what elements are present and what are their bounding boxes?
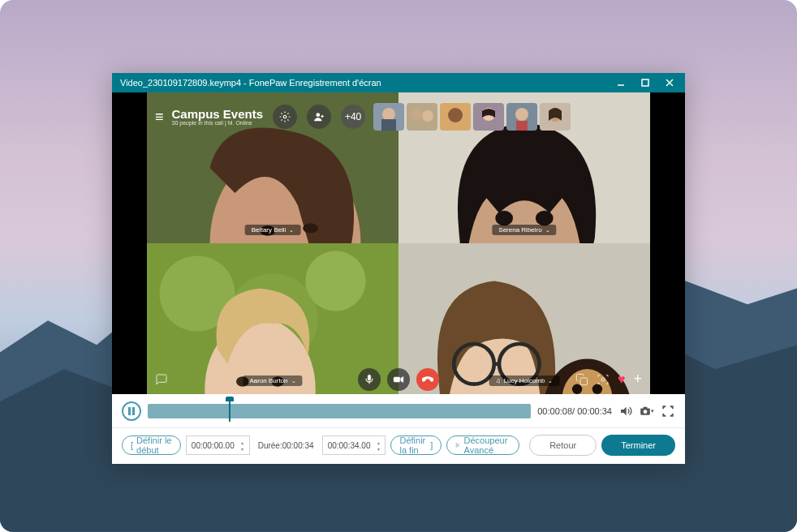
- svg-point-54: [601, 378, 605, 381]
- copy-icon[interactable]: [575, 373, 588, 386]
- svg-point-32: [317, 113, 321, 117]
- svg-rect-50: [368, 375, 371, 380]
- spinner-up[interactable]: ▴: [238, 439, 248, 445]
- snapshot-icon[interactable]: ▾: [640, 404, 654, 418]
- titlebar[interactable]: Video_230109172809.keymp4 - FonePaw Enre…: [112, 73, 685, 92]
- svg-point-11: [495, 211, 513, 226]
- trim-controls: [ Définir le début 00:00:00.00 ▴▾ Durée:…: [112, 428, 685, 462]
- participant-name-tag: Bettary Belli⌄: [245, 225, 301, 235]
- spinner-up[interactable]: ▴: [373, 439, 383, 445]
- channel-title: Campus Events: [172, 108, 264, 120]
- set-end-button[interactable]: Définir la fin ]: [390, 435, 442, 455]
- plus-icon[interactable]: +: [633, 371, 642, 388]
- finish-button[interactable]: Terminer: [601, 435, 675, 456]
- add-person-icon[interactable]: [307, 105, 331, 129]
- close-button[interactable]: [657, 73, 682, 92]
- thumbnail[interactable]: [506, 103, 537, 131]
- svg-rect-47: [516, 121, 528, 131]
- svg-point-62: [456, 446, 458, 448]
- thumbnail[interactable]: [440, 103, 471, 131]
- timeline-scrubber[interactable]: [148, 404, 531, 418]
- video-content: Bettary Belli⌄ Serena Ribeiro⌄ Aaron Bur…: [147, 92, 650, 394]
- window-title: Video_230109172809.keymp4 - FonePaw Enre…: [120, 78, 381, 88]
- playhead[interactable]: [229, 401, 230, 422]
- heart-icon[interactable]: ♥: [618, 372, 626, 387]
- svg-point-59: [644, 410, 648, 414]
- focus-icon[interactable]: [597, 373, 610, 386]
- start-time-input[interactable]: 00:00:00.00 ▴▾: [186, 435, 250, 455]
- back-button[interactable]: Retour: [529, 435, 597, 456]
- participant-name-tag: Serena Ribeiro⌄: [492, 225, 556, 235]
- app-window: Video_230109172809.keymp4 - FonePaw Enre…: [112, 73, 685, 464]
- svg-rect-37: [381, 119, 396, 131]
- svg-point-61: [456, 444, 458, 445]
- svg-rect-51: [394, 377, 400, 382]
- maximize-button[interactable]: [633, 73, 657, 92]
- svg-point-36: [382, 108, 395, 121]
- svg-rect-53: [580, 378, 588, 385]
- microphone-button[interactable]: [358, 368, 381, 391]
- thumbnail[interactable]: [540, 103, 571, 131]
- svg-rect-60: [644, 406, 648, 408]
- svg-rect-1: [642, 79, 648, 86]
- time-display: 00:00:08/ 00:00:34: [537, 406, 612, 416]
- svg-point-12: [536, 211, 554, 226]
- volume-icon[interactable]: [618, 404, 633, 418]
- advanced-cutter-button[interactable]: Découpeur Avancé: [446, 435, 519, 455]
- pause-button[interactable]: [122, 401, 141, 421]
- svg-marker-57: [621, 406, 627, 415]
- video-preview-area: Bettary Belli⌄ Serena Ribeiro⌄ Aaron Bur…: [112, 92, 685, 394]
- overflow-count[interactable]: +40: [341, 105, 365, 129]
- minimize-button[interactable]: [609, 73, 633, 92]
- playback-controls: 00:00:08/ 00:00:34 ▾: [112, 394, 685, 428]
- end-time-input[interactable]: 00:00:34.00 ▴▾: [322, 435, 386, 455]
- hamburger-icon[interactable]: ≡: [155, 109, 164, 126]
- svg-rect-56: [132, 407, 135, 415]
- set-start-button[interactable]: [ Définir le début: [122, 435, 181, 455]
- camera-button[interactable]: [387, 368, 410, 391]
- svg-point-39: [411, 109, 422, 120]
- svg-point-8: [303, 223, 318, 233]
- spinner-down[interactable]: ▾: [238, 445, 248, 452]
- svg-point-40: [422, 110, 433, 122]
- end-call-button[interactable]: [416, 368, 439, 391]
- thumbnail[interactable]: [473, 103, 504, 131]
- svg-point-31: [283, 115, 286, 118]
- thumbnail[interactable]: [407, 103, 437, 131]
- spinner-down[interactable]: ▾: [373, 445, 383, 452]
- svg-marker-52: [401, 376, 403, 382]
- participant-thumbnails: [373, 103, 571, 131]
- svg-point-46: [515, 108, 528, 121]
- svg-point-42: [448, 108, 463, 122]
- settings-icon[interactable]: [273, 105, 297, 129]
- svg-rect-55: [128, 407, 131, 415]
- chat-icon[interactable]: [155, 373, 168, 386]
- channel-title-box: Campus Events 30 people in this call | M…: [172, 108, 264, 126]
- thumbnail[interactable]: [373, 103, 404, 131]
- duration-label: Durée:00:00:34: [255, 441, 317, 450]
- channel-subtitle: 30 people in this call | M. Online: [172, 120, 264, 126]
- fullscreen-icon[interactable]: [661, 404, 675, 418]
